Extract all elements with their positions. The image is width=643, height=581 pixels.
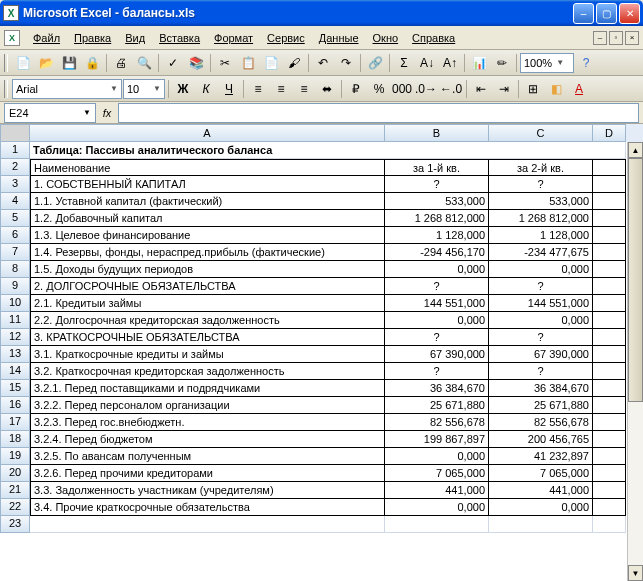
toolbar-handle[interactable] xyxy=(4,54,8,72)
scroll-up-icon[interactable]: ▲ xyxy=(628,142,643,158)
row-header[interactable]: 17 xyxy=(0,414,30,431)
formula-input[interactable] xyxy=(118,103,639,123)
cell[interactable]: 1 128,000 xyxy=(489,227,593,244)
increase-indent-button[interactable]: ⇥ xyxy=(493,78,515,100)
research-button[interactable]: 📚 xyxy=(185,52,207,74)
row-header[interactable]: 10 xyxy=(0,295,30,312)
cell[interactable] xyxy=(593,261,626,278)
cell[interactable] xyxy=(593,465,626,482)
new-button[interactable]: 📄 xyxy=(12,52,34,74)
cell[interactable]: 199 867,897 xyxy=(385,431,489,448)
cell[interactable]: 441,000 xyxy=(489,482,593,499)
spelling-button[interactable]: ✓ xyxy=(162,52,184,74)
cell[interactable]: 67 390,000 xyxy=(489,346,593,363)
row-header[interactable]: 1 xyxy=(0,142,30,159)
cell[interactable] xyxy=(30,516,385,533)
cell[interactable]: за 2-й кв. xyxy=(489,159,593,176)
row-header[interactable]: 13 xyxy=(0,346,30,363)
cell[interactable] xyxy=(593,397,626,414)
cell[interactable]: 533,000 xyxy=(385,193,489,210)
cell[interactable]: Наименование xyxy=(30,159,385,176)
redo-button[interactable]: ↷ xyxy=(335,52,357,74)
cell[interactable]: 7 065,000 xyxy=(385,465,489,482)
cell[interactable]: 0,000 xyxy=(489,312,593,329)
cell[interactable] xyxy=(593,227,626,244)
cell[interactable]: 36 384,670 xyxy=(489,380,593,397)
align-left-button[interactable]: ≡ xyxy=(247,78,269,100)
cell[interactable]: 1.2. Добавочный капитал xyxy=(30,210,385,227)
row-header[interactable]: 4 xyxy=(0,193,30,210)
sort-desc-button[interactable]: A↑ xyxy=(439,52,461,74)
row-header[interactable]: 18 xyxy=(0,431,30,448)
help-button[interactable]: ? xyxy=(575,52,597,74)
cell[interactable]: 0,000 xyxy=(385,261,489,278)
cell[interactable]: 1.3. Целевое финансирование xyxy=(30,227,385,244)
cell[interactable]: 144 551,000 xyxy=(489,295,593,312)
format-painter-button[interactable]: 🖌 xyxy=(283,52,305,74)
cell[interactable]: 36 384,670 xyxy=(385,380,489,397)
cell[interactable]: 533,000 xyxy=(489,193,593,210)
column-header[interactable]: C xyxy=(489,124,593,142)
row-header[interactable]: 2 xyxy=(0,159,30,176)
cell[interactable]: 3.3. Задолженность участникам (учредител… xyxy=(30,482,385,499)
name-box[interactable]: E24 ▼ xyxy=(4,103,96,123)
cell[interactable]: 7 065,000 xyxy=(489,465,593,482)
cell[interactable] xyxy=(593,380,626,397)
cell[interactable]: 3.2. Краткосрочная кредиторская задолжен… xyxy=(30,363,385,380)
row-header[interactable]: 5 xyxy=(0,210,30,227)
cell[interactable]: ? xyxy=(489,329,593,346)
cell[interactable]: 25 671,880 xyxy=(385,397,489,414)
cell[interactable]: 1.5. Доходы будущих периодов xyxy=(30,261,385,278)
close-button[interactable]: ✕ xyxy=(619,3,640,24)
increase-decimal-button[interactable]: .0→ xyxy=(414,78,438,100)
row-header[interactable]: 15 xyxy=(0,380,30,397)
cell[interactable]: ? xyxy=(385,176,489,193)
menu-insert[interactable]: Вставка xyxy=(152,30,207,46)
row-header[interactable]: 9 xyxy=(0,278,30,295)
cell[interactable] xyxy=(593,278,626,295)
cell[interactable] xyxy=(593,193,626,210)
menu-tools[interactable]: Сервис xyxy=(260,30,312,46)
cell[interactable]: 41 232,897 xyxy=(489,448,593,465)
menu-format[interactable]: Формат xyxy=(207,30,260,46)
sort-asc-button[interactable]: A↓ xyxy=(416,52,438,74)
cell[interactable]: 2.2. Долгосрочная кредиторская задолженн… xyxy=(30,312,385,329)
decrease-indent-button[interactable]: ⇤ xyxy=(470,78,492,100)
align-center-button[interactable]: ≡ xyxy=(270,78,292,100)
row-header[interactable]: 22 xyxy=(0,499,30,516)
cell[interactable] xyxy=(593,499,626,516)
cell[interactable]: 3.2.3. Перед гос.внебюджетн. xyxy=(30,414,385,431)
cell[interactable]: 82 556,678 xyxy=(385,414,489,431)
cell[interactable]: 441,000 xyxy=(385,482,489,499)
cell[interactable]: 67 390,000 xyxy=(385,346,489,363)
row-header[interactable]: 14 xyxy=(0,363,30,380)
menu-file[interactable]: Файл xyxy=(26,30,67,46)
font-combo[interactable]: Arial▼ xyxy=(12,79,122,99)
cell[interactable]: 144 551,000 xyxy=(385,295,489,312)
cell[interactable]: ? xyxy=(489,363,593,380)
cell[interactable]: 1 128,000 xyxy=(385,227,489,244)
drawing-button[interactable]: ✏ xyxy=(491,52,513,74)
column-header[interactable]: A xyxy=(30,124,385,142)
cell[interactable] xyxy=(593,312,626,329)
name-box-dropdown-icon[interactable]: ▼ xyxy=(83,108,91,117)
cell[interactable] xyxy=(593,414,626,431)
zoom-combo[interactable]: 100%▼ xyxy=(520,53,574,73)
cell[interactable] xyxy=(593,448,626,465)
cell[interactable]: 1.4. Резервы, фонды, нераспред.прибыль (… xyxy=(30,244,385,261)
cell[interactable] xyxy=(593,431,626,448)
open-button[interactable]: 📂 xyxy=(35,52,57,74)
cell[interactable] xyxy=(385,516,489,533)
cell[interactable] xyxy=(593,210,626,227)
minimize-button[interactable]: – xyxy=(573,3,594,24)
cell[interactable]: ? xyxy=(385,363,489,380)
fx-icon[interactable]: fx xyxy=(96,107,118,119)
undo-button[interactable]: ↶ xyxy=(312,52,334,74)
scroll-thumb[interactable] xyxy=(628,158,643,402)
menu-data[interactable]: Данные xyxy=(312,30,366,46)
menu-window[interactable]: Окно xyxy=(366,30,406,46)
cell[interactable]: 2. ДОЛГОСРОЧНЫЕ ОБЯЗАТЕЛЬСТВА xyxy=(30,278,385,295)
row-header[interactable]: 23 xyxy=(0,516,30,533)
autosum-button[interactable]: Σ xyxy=(393,52,415,74)
underline-button[interactable]: Ч xyxy=(218,78,240,100)
